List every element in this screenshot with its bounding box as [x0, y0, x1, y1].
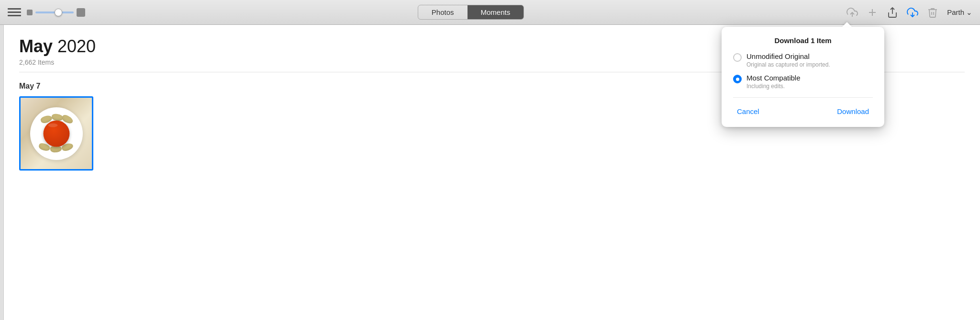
download-popover: Download 1 Item Unmodified Original Orig… [722, 27, 884, 127]
toolbar: Photos Moments [0, 0, 980, 25]
toolbar-left [8, 7, 103, 18]
toolbar-right: Parth ⌄ [838, 7, 972, 18]
user-name: Parth [947, 8, 964, 16]
popover-divider [733, 97, 873, 98]
toolbar-center: Photos Moments [103, 5, 838, 20]
size-slider-container [27, 8, 85, 17]
radio-unmodified[interactable] [733, 53, 742, 62]
tab-moments[interactable]: Moments [468, 5, 524, 19]
food-photo-image [21, 98, 92, 169]
month-name: May [19, 36, 53, 56]
toggle-line [8, 11, 21, 13]
view-tab-group: Photos Moments [418, 5, 524, 20]
cancel-button[interactable]: Cancel [733, 105, 763, 117]
option-compatible-desc: Including edits. [746, 83, 801, 90]
download-toolbar-icon[interactable] [907, 7, 918, 18]
option-compatible-label: Most Compatible [746, 74, 801, 82]
small-photo-icon [27, 10, 33, 15]
plate [30, 107, 83, 160]
slider-thumb[interactable] [55, 9, 62, 16]
delete-icon[interactable] [927, 7, 938, 18]
sidebar [0, 25, 4, 320]
option-unmodified-label: Unmodified Original [746, 52, 830, 60]
bowl [43, 120, 69, 147]
toggle-line [8, 8, 21, 10]
popover-actions: Cancel Download [733, 105, 873, 117]
option-unmodified-text: Unmodified Original Original as captured… [746, 52, 830, 68]
share-icon[interactable] [887, 7, 898, 18]
add-icon[interactable] [867, 7, 878, 18]
toggle-line [8, 15, 21, 16]
chevron-down-icon: ⌄ [966, 8, 972, 17]
radio-inner-dot [736, 78, 739, 81]
tab-photos[interactable]: Photos [418, 5, 468, 19]
upload-cloud-icon[interactable] [846, 7, 858, 18]
photo-thumbnail[interactable] [19, 96, 93, 171]
size-slider[interactable] [35, 11, 74, 13]
option-unmodified-original[interactable]: Unmodified Original Original as captured… [733, 52, 873, 68]
sidebar-toggle-button[interactable] [8, 7, 21, 18]
user-menu[interactable]: Parth ⌄ [947, 8, 972, 17]
option-compatible-text: Most Compatible Including edits. [746, 74, 801, 90]
download-button[interactable]: Download [833, 105, 873, 117]
option-most-compatible[interactable]: Most Compatible Including edits. [733, 74, 873, 90]
radio-most-compatible[interactable] [733, 75, 742, 83]
popover-title: Download 1 Item [733, 36, 873, 45]
large-photo-icon [77, 8, 85, 17]
option-unmodified-desc: Original as captured or imported. [746, 61, 830, 68]
year-value: 2020 [57, 36, 96, 56]
